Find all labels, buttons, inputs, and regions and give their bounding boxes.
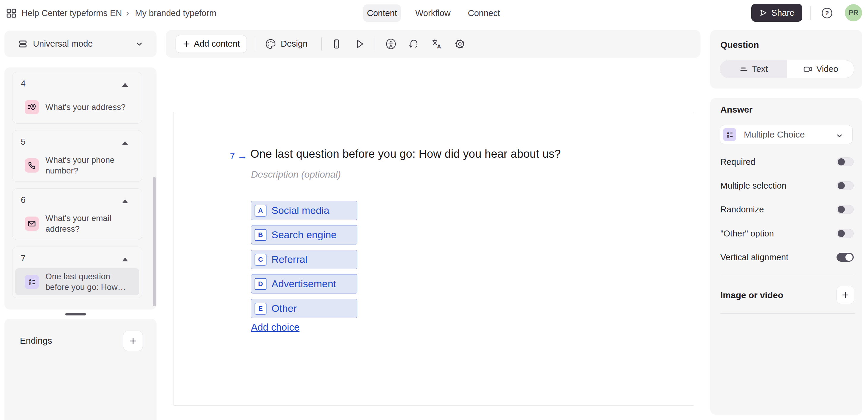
divider: [720, 313, 855, 314]
collapse-triangle-icon[interactable]: [122, 83, 128, 87]
toolbar-divider: [256, 37, 256, 51]
question-number-indicator: 7 →: [230, 150, 247, 162]
mode-selector-label: Universal mode: [33, 39, 93, 49]
question-title: One last question before you go: How…: [45, 271, 136, 293]
design-palette-icon[interactable]: [265, 38, 277, 50]
question-item-5[interactable]: 5 What's your phone number?: [12, 130, 142, 182]
breadcrumb-separator: ›: [126, 8, 129, 18]
add-content-button[interactable]: Add content: [176, 35, 247, 53]
toolbar-divider: [375, 37, 375, 51]
accessibility-icon[interactable]: [385, 38, 397, 50]
choice-label: Advertisement: [272, 278, 336, 290]
text-tab[interactable]: Text: [720, 60, 787, 78]
choice-key-badge: C: [255, 254, 267, 265]
canvas-question-title[interactable]: One last question before you go: How did…: [250, 148, 561, 160]
canvas-description-placeholder[interactable]: Description (optional): [251, 169, 341, 180]
question-number: 7: [21, 253, 26, 263]
help-icon[interactable]: ?: [821, 7, 833, 19]
question-list: 4 What's your address? 5: [4, 67, 157, 310]
chevron-down-icon: [836, 132, 843, 139]
choice-option-a[interactable]: A Social media: [251, 201, 358, 220]
answer-panel-title: Answer: [720, 104, 752, 115]
recall-information-icon[interactable]: [407, 38, 420, 50]
workspaces-grid-icon[interactable]: [6, 8, 17, 19]
video-camera-icon: [803, 64, 812, 74]
choice-label: Search engine: [272, 229, 337, 240]
svg-text:?: ?: [825, 9, 829, 17]
choice-key-badge: A: [255, 205, 267, 217]
universal-mode-icon: [18, 39, 28, 49]
choice-option-e[interactable]: E Other: [251, 299, 358, 318]
preview-play-icon[interactable]: [354, 38, 366, 50]
add-choice-link[interactable]: Add choice: [251, 322, 300, 333]
plus-icon: [183, 40, 190, 48]
email-icon: [25, 217, 39, 231]
setting-label: Multiple selection: [720, 181, 786, 191]
question-item-7[interactable]: 7 A B One last question before you go: H…: [12, 247, 142, 298]
canvas-toolbar: Add content Design: [166, 30, 701, 58]
video-tab-label: Video: [816, 64, 838, 74]
svg-text:B: B: [727, 134, 729, 138]
collapse-triangle-icon[interactable]: [122, 258, 128, 261]
add-image-or-video-button[interactable]: [837, 286, 854, 304]
question-type-segmented-control: Text Video: [720, 60, 854, 78]
sidebar-scrollbar[interactable]: [153, 177, 156, 306]
choice-key-badge: B: [255, 229, 267, 241]
choice-key-badge: E: [255, 303, 267, 315]
svg-text:B: B: [29, 282, 31, 286]
setting-label: Randomize: [720, 205, 764, 215]
collapse-triangle-icon[interactable]: [122, 199, 128, 203]
video-tab[interactable]: Video: [787, 60, 854, 78]
question-number: 6: [21, 195, 26, 205]
tab-content[interactable]: Content: [363, 4, 401, 22]
setting-label: Required: [720, 157, 755, 167]
breadcrumb: Help Center typeforms EN › My branded ty…: [6, 0, 216, 26]
question-title: What's your phone number?: [45, 155, 136, 176]
address-icon: [25, 100, 39, 115]
panel-resize-handle[interactable]: [65, 313, 86, 316]
multiple-choice-icon: A B: [25, 275, 39, 289]
setting-row-required: Required: [720, 157, 854, 167]
required-toggle[interactable]: [837, 157, 854, 166]
choice-label: Other: [272, 303, 297, 314]
question-item-6[interactable]: 6 What's your email address?: [12, 188, 142, 240]
tab-connect[interactable]: Connect: [468, 0, 500, 26]
design-label[interactable]: Design: [281, 39, 307, 49]
form-preview-canvas[interactable]: 7 → One last question before you go: How…: [173, 112, 694, 406]
share-label: Share: [771, 8, 794, 18]
choice-label: Social media: [272, 205, 330, 216]
choice-option-d[interactable]: D Advertisement: [251, 274, 358, 293]
translate-icon[interactable]: A: [430, 38, 443, 50]
tab-workflow[interactable]: Workflow: [415, 0, 451, 26]
mobile-preview-icon[interactable]: [331, 38, 342, 50]
breadcrumb-form-name[interactable]: My branded typeform: [135, 8, 216, 18]
collapse-triangle-icon[interactable]: [122, 141, 128, 145]
choice-option-c[interactable]: C Referral: [251, 250, 358, 269]
phone-icon: [25, 158, 39, 172]
randomize-toggle[interactable]: [837, 205, 854, 214]
setting-row-vertical-alignment: Vertical alignment: [720, 252, 854, 262]
breadcrumb-workspace[interactable]: Help Center typeforms EN: [21, 8, 122, 18]
text-lines-icon: [739, 65, 748, 74]
avatar[interactable]: PR: [845, 4, 862, 21]
answer-type-value: Multiple Choice: [744, 130, 805, 139]
svg-text:A: A: [727, 131, 729, 135]
answer-type-dropdown[interactable]: A B Multiple Choice: [720, 125, 852, 144]
question-number: 4: [21, 79, 26, 89]
choice-option-b[interactable]: B Search engine: [251, 225, 358, 245]
question-number: 7: [230, 151, 235, 161]
question-item-4[interactable]: 4 What's your address?: [12, 72, 142, 124]
multiple-selection-toggle[interactable]: [837, 181, 854, 190]
add-ending-button[interactable]: [123, 331, 143, 351]
divider: [720, 275, 855, 276]
other-option-toggle[interactable]: [837, 229, 854, 238]
share-button[interactable]: Share: [751, 4, 802, 22]
choice-key-badge: D: [255, 278, 267, 290]
vertical-alignment-toggle[interactable]: [837, 253, 854, 262]
answer-settings-panel: Answer A B Multiple Choice Required: [710, 98, 862, 415]
arrow-right-icon: →: [237, 150, 247, 162]
top-bar: Help Center typeforms EN › My branded ty…: [0, 0, 868, 26]
mode-selector[interactable]: Universal mode: [4, 31, 157, 57]
settings-gear-icon[interactable]: [454, 38, 466, 50]
question-settings-panel: Question Text Video: [710, 30, 862, 89]
